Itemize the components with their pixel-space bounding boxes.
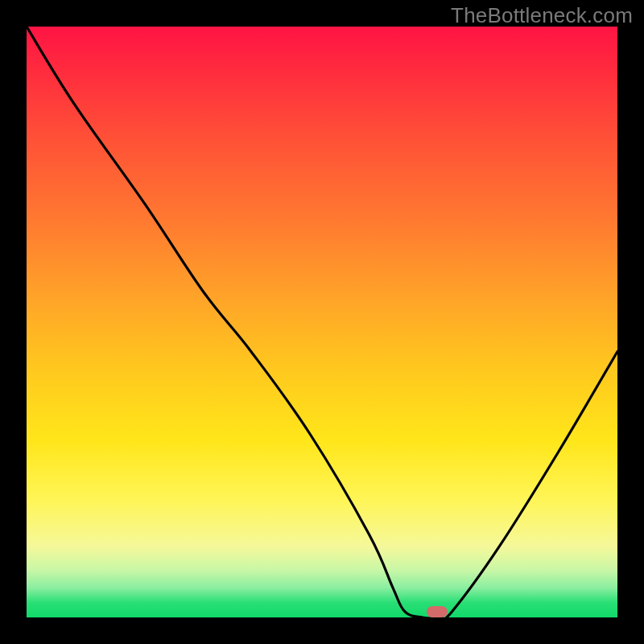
bottleneck-curve <box>27 27 617 617</box>
optimal-marker <box>427 606 448 617</box>
chart-frame: TheBottleneck.com <box>0 0 644 644</box>
watermark-text: TheBottleneck.com <box>451 3 633 28</box>
plot-area <box>27 27 617 617</box>
